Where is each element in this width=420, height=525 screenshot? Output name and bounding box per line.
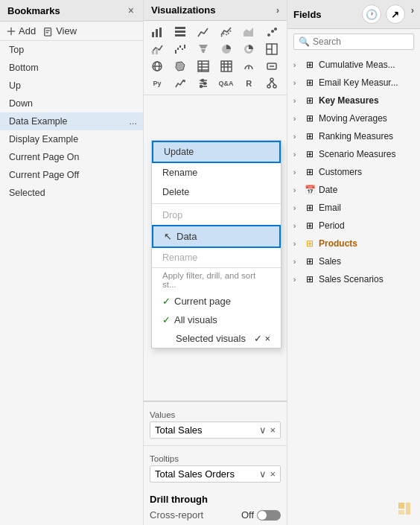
list-item-selected-visuals[interactable]: Selected <box>0 184 143 202</box>
table-icon: ⊞ <box>304 274 316 284</box>
field-group-sales[interactable]: › ⊞ Sales <box>292 254 416 269</box>
funnel-icon[interactable] <box>193 41 214 57</box>
python-icon[interactable]: Py <box>147 75 168 92</box>
values-label: Values <box>150 410 281 419</box>
chevron-right-icon: › <box>293 150 301 159</box>
tick-icon[interactable]: ✓ <box>254 333 262 344</box>
svg-rect-2 <box>45 28 51 36</box>
table-viz-icon[interactable] <box>193 58 214 74</box>
tooltip-pill-actions: ∨ × <box>259 468 276 480</box>
chevron-right-icon: › <box>293 186 301 194</box>
svg-rect-16 <box>156 48 158 54</box>
context-menu-rename2[interactable]: Rename <box>152 248 281 267</box>
view-bookmark-button[interactable]: View <box>43 25 77 36</box>
check-icon: ✓ <box>162 296 171 307</box>
table-icon: ⊞ <box>304 203 316 213</box>
field-group-email[interactable]: › ⊞ Email <box>292 200 416 215</box>
bookmarks-header: Bookmarks × <box>0 0 143 22</box>
svg-line-57 <box>272 81 275 85</box>
context-menu-drop[interactable]: Drop <box>152 206 281 225</box>
list-item[interactable]: Top <box>0 41 143 59</box>
field-group-key-measures[interactable]: › ⊞ Key Measures <box>292 93 416 108</box>
context-menu-update[interactable]: Update <box>152 141 281 163</box>
scatter-chart-icon[interactable] <box>261 24 282 40</box>
sub-menu-current-page[interactable]: ✓ Current page <box>152 292 281 311</box>
remove-tooltip-icon[interactable]: × <box>270 468 276 480</box>
list-item[interactable]: Current Page On <box>0 148 143 166</box>
list-item[interactable]: Up <box>0 77 143 95</box>
filled-map-icon[interactable] <box>170 58 191 74</box>
stacked-bar-icon[interactable] <box>193 24 214 40</box>
qna-icon[interactable]: Q&A <box>216 75 237 92</box>
list-item-current-page-off[interactable]: Current Page Off <box>0 166 143 184</box>
bar-chart-icon[interactable] <box>147 24 168 40</box>
matrix-icon[interactable] <box>216 58 237 74</box>
field-group-cumulative[interactable]: › ⊞ Cumulative Meas... <box>292 57 416 72</box>
svg-rect-60 <box>406 503 410 515</box>
dropdown-icon[interactable]: ∨ <box>259 424 267 436</box>
field-group: › ⊞ Period <box>287 217 420 235</box>
bookmarks-close-button[interactable]: × <box>127 4 136 16</box>
waterfall-icon[interactable] <box>170 41 191 57</box>
area-chart-icon[interactable] <box>238 24 259 40</box>
chevron-right-icon: › <box>293 168 301 176</box>
field-group-customers[interactable]: › ⊞ Customers <box>292 165 416 179</box>
cross-report-toggle[interactable]: Off <box>241 509 281 521</box>
table-icon: ⊞ <box>304 149 316 159</box>
total-sales-pill[interactable]: Total Sales ∨ × <box>150 421 281 439</box>
field-group-moving-averages[interactable]: › ⊞ Moving Averages <box>292 111 416 126</box>
cross-report-label: Cross-report <box>150 509 203 521</box>
field-label: Email Key Measur... <box>319 77 398 88</box>
share-button[interactable]: ↗ <box>386 4 405 24</box>
drill-through-title: Drill through <box>150 494 281 505</box>
search-input[interactable] <box>313 36 420 47</box>
list-item[interactable]: Display Example <box>0 130 143 148</box>
gauge-icon[interactable] <box>238 58 259 74</box>
all-visuals-label: All visuals <box>174 314 217 325</box>
svg-point-53 <box>270 78 273 81</box>
off-label: Off <box>241 509 254 521</box>
context-menu-delete[interactable]: Delete <box>152 182 281 202</box>
list-item-data-example[interactable]: Data Example <box>0 112 143 130</box>
bookmarks-title: Bookmarks <box>7 5 60 16</box>
svg-marker-22 <box>199 45 208 48</box>
sub-menu-selected-visuals[interactable]: Selected visuals ✓ × <box>152 329 281 348</box>
svg-marker-11 <box>244 28 253 36</box>
field-group-period[interactable]: › ⊞ Period <box>292 218 416 233</box>
chevron-right-icon: › <box>293 258 301 266</box>
field-group: › ⊞ Key Measures <box>287 92 420 109</box>
list-item[interactable]: Down <box>0 95 143 112</box>
treemap-icon[interactable] <box>261 41 282 57</box>
decomp-icon[interactable] <box>261 75 282 92</box>
field-group-date[interactable]: › 📅 Date <box>292 182 416 197</box>
sub-menu-all-visuals[interactable]: ✓ All visuals <box>152 311 281 329</box>
card-icon[interactable] <box>261 58 282 74</box>
slicer-icon[interactable] <box>193 75 214 92</box>
field-group-products[interactable]: › ⊞ Products <box>292 236 416 251</box>
svg-rect-58 <box>398 503 404 509</box>
add-bookmark-button[interactable]: Add <box>6 25 36 36</box>
line-chart-icon[interactable] <box>216 24 237 40</box>
field-group-scenario[interactable]: › ⊞ Scenario Measures <box>292 147 416 162</box>
context-menu-data[interactable]: ↖ Data <box>152 225 281 248</box>
combo-chart-icon[interactable] <box>147 41 168 57</box>
field-group-email-key[interactable]: › ⊞ Email Key Measur... <box>292 75 416 90</box>
column-chart-icon[interactable] <box>170 24 191 40</box>
r-icon[interactable]: R <box>238 75 259 92</box>
clock-button[interactable]: 🕐 <box>362 4 381 24</box>
field-group-sales-scenarios[interactable]: › ⊞ Sales Scenarios <box>292 272 416 287</box>
close-icon[interactable]: × <box>264 333 270 344</box>
kpi-icon[interactable] <box>170 75 191 92</box>
total-sales-orders-pill[interactable]: Total Sales Orders ∨ × <box>150 465 281 483</box>
remove-field-icon[interactable]: × <box>270 424 276 436</box>
field-group-ranking[interactable]: › ⊞ Ranking Measures <box>292 129 416 144</box>
list-item[interactable]: Bottom <box>0 59 143 77</box>
pie-chart-icon[interactable] <box>216 41 237 57</box>
dropdown-icon-2[interactable]: ∨ <box>259 468 267 480</box>
context-menu-rename[interactable]: Rename <box>152 163 281 182</box>
map-icon[interactable] <box>147 58 168 74</box>
chevron-right-icon: › <box>293 61 301 69</box>
panel-chevron-icon: › <box>411 4 414 24</box>
donut-icon[interactable] <box>238 41 259 57</box>
svg-point-54 <box>267 85 270 88</box>
